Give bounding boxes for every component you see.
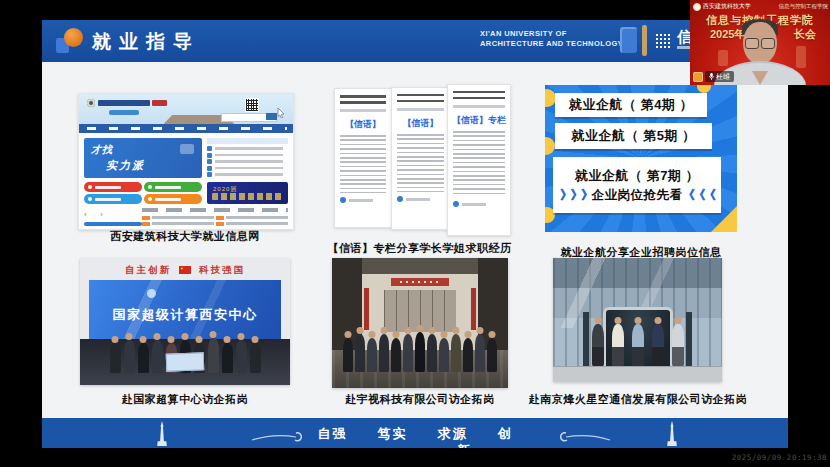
group-people	[332, 328, 508, 372]
slogan-right: 科技强国	[199, 264, 245, 277]
raise-hand-icon	[693, 72, 703, 82]
website-news-list	[207, 138, 288, 178]
employment-logo-icon	[56, 28, 84, 54]
header-gold-bar	[642, 25, 647, 56]
page-title: 就业指导	[92, 29, 200, 55]
website-quick-buttons	[84, 182, 202, 204]
shared-slide: 就业指导 XI'AN UNIVERSITY OF ARCHITECTURE AN…	[42, 20, 788, 448]
caption-fiberhome: 赴南京烽火星空通信发展有限公司访企拓岗	[517, 392, 759, 407]
website-header	[79, 94, 293, 124]
panel-uniview-photo	[332, 258, 508, 388]
held-flag	[166, 352, 205, 371]
microphone-icon	[709, 73, 714, 80]
panel-employment-website: 才找 实力派 2020届 ‹ ›	[78, 93, 294, 230]
webcam-video-tile[interactable]: 西安建筑科技大学 信息与控制工程学院 信息与控制工程学院 2025年 长会 杜维	[690, 0, 830, 85]
qr-code-icon	[245, 98, 259, 112]
china-flag-icon	[179, 266, 191, 274]
website-ad-banner: 2020届	[207, 182, 288, 204]
website-hero-banner: 才找 实力派	[84, 138, 202, 178]
website-nav-bar	[79, 124, 293, 133]
website-search-bar	[221, 113, 277, 122]
status-bar: 2025/09/09 20:19:38	[0, 448, 830, 467]
website-body: 才找 实力派 2020届 ‹ ›	[79, 133, 293, 229]
header-decoration	[620, 27, 637, 53]
university-name-en: XI'AN UNIVERSITY OF ARCHITECTURE AND TEC…	[480, 29, 623, 49]
slide-footer: 自强 笃实 求源 创 新	[42, 418, 788, 448]
slogan-left: 自主创新	[125, 264, 171, 277]
article-card: 【信语】	[391, 87, 450, 230]
glasses-icon	[745, 38, 775, 47]
caption-supercomputing: 赴国家超算中心访企拓岗	[80, 392, 290, 407]
dot-grid-icon	[655, 33, 671, 49]
recording-timestamp: 2025/09/09 20:19:38	[732, 453, 827, 462]
caption-website: 西安建筑科技大学就业信息网	[78, 229, 292, 244]
panel-supercomputing-photo: 自主创新 科技强国 国家超级计算西安中心	[80, 258, 290, 385]
school-motto: 自强 笃实 求源 创	[42, 425, 788, 443]
qihang-banner-4: 就业企航（ 第4期 ）	[555, 93, 707, 117]
website-logo-icon	[87, 99, 95, 107]
group-people	[553, 316, 722, 366]
article-card: 【信语】	[334, 88, 392, 228]
screen-title: 国家超级计算西安中心	[89, 306, 281, 324]
caption-articles: 【信语】专栏分享学长学姐求职经历	[317, 241, 522, 256]
qihang-banner-5: 就业企航（ 第5期 ）	[555, 123, 712, 149]
panel-fiberhome-photo	[553, 258, 722, 382]
panel-qihang: 就业企航（ 第4期 ） 就业企航（ 第5期 ） 就业企航（ 第7期 ） 》》》企…	[545, 85, 737, 232]
center-logo-icon	[147, 289, 156, 298]
mouse-cursor-icon	[277, 104, 285, 122]
caption-uniview: 赴宇视科技有限公司访企拓岗	[312, 392, 528, 407]
red-signage	[391, 278, 449, 286]
slide-header: 就业指导 XI'AN UNIVERSITY OF ARCHITECTURE AN…	[42, 20, 788, 62]
website-footer-lists: ‹ ›	[84, 208, 288, 226]
qihang-banner-7: 就业企航（ 第7期 ） 》》》企业岗位抢先看《《《	[553, 157, 721, 213]
article-card: 【信语】专栏	[447, 84, 511, 236]
participant-name-badge: 杜维	[693, 71, 734, 82]
